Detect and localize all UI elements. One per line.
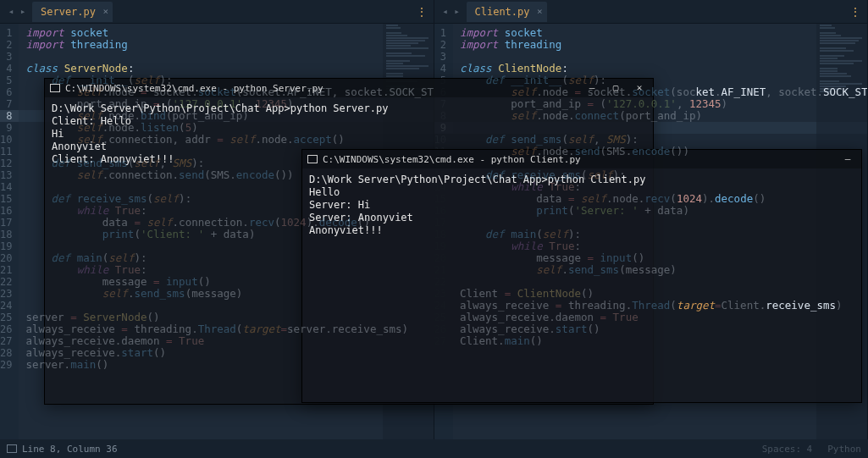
kebab-menu-icon[interactable]: ⋮: [849, 5, 862, 19]
tab-client[interactable]: Client.py ×: [467, 2, 547, 22]
close-icon[interactable]: ×: [102, 6, 108, 17]
status-indent[interactable]: Spaces: 4: [762, 444, 813, 455]
tab-label: Client.py: [475, 6, 530, 18]
nav-next-icon[interactable]: ▸: [451, 6, 463, 18]
status-position[interactable]: Line 8, Column 36: [7, 444, 118, 455]
tab-server[interactable]: Server.py ×: [32, 2, 113, 22]
status-syntax[interactable]: Python: [827, 444, 861, 455]
tab-label: Server.py: [41, 6, 96, 18]
nav-next-icon[interactable]: ▸: [17, 6, 29, 18]
nav-prev-icon[interactable]: ◂: [5, 6, 17, 18]
kebab-menu-icon[interactable]: ⋮: [416, 5, 428, 19]
tab-dirty-dot: [30, 9, 36, 14]
status-bar: Line 8, Column 36 Spaces: 4 Python: [0, 439, 868, 458]
close-icon[interactable]: ×: [537, 6, 543, 17]
tab-dirty-dot: [465, 9, 470, 14]
line-gutter: 1234567891011121314151617181920212223242…: [0, 24, 19, 439]
tabbar-right: ◂ ▸ Client.py × ⋮: [434, 0, 868, 24]
ruler-icon: [7, 444, 17, 453]
nav-prev-icon[interactable]: ◂: [440, 6, 451, 18]
tabbar-left: ◂ ▸ Server.py × ⋮: [0, 0, 434, 24]
